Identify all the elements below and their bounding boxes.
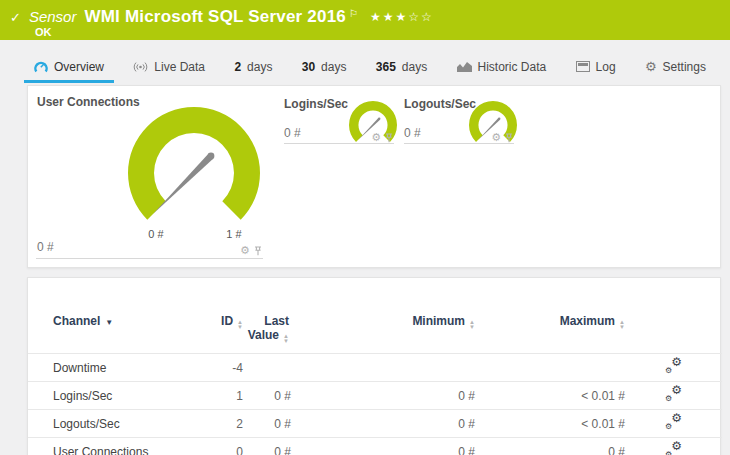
sensor-header-line: ✓ Sensor WMI Microsoft SQL Server 2016 ⚐… bbox=[0, 0, 730, 27]
channel-minimum: 0 # bbox=[291, 438, 475, 455]
column-header-id[interactable]: ID▲▼ bbox=[188, 278, 243, 354]
channel-minimum: 0 # bbox=[291, 410, 475, 438]
gauge-title-logins: Logins/Sec bbox=[284, 97, 348, 111]
channel-id: -4 bbox=[188, 354, 243, 382]
sensor-header: ✓ Sensor WMI Microsoft SQL Server 2016 ⚐… bbox=[0, 0, 730, 40]
channel-gear-icon[interactable]: ⚙ bbox=[371, 132, 381, 143]
channels-panel: Channel▼ ID▲▼ Last Value▲▼ Minimum▲▼ Max… bbox=[27, 277, 721, 455]
column-header-maximum[interactable]: Maximum▲▼ bbox=[475, 278, 625, 354]
log-panel-icon bbox=[576, 61, 590, 72]
channel-name: Logins/Sec bbox=[28, 382, 188, 410]
channel-settings-gears-icon[interactable]: ⚙⚙ bbox=[665, 359, 682, 374]
tab-overview-label: Overview bbox=[54, 60, 104, 74]
tab-30-days[interactable]: 30 days bbox=[292, 53, 357, 83]
pin-icon[interactable] bbox=[505, 133, 513, 143]
user-connections-gauge-actions: ⚙ bbox=[240, 245, 262, 256]
sort-desc-icon: ▼ bbox=[105, 318, 113, 327]
sort-icon: ▲▼ bbox=[283, 334, 289, 344]
sort-icon: ▲▼ bbox=[619, 320, 625, 330]
tab-live-data[interactable]: Live Data bbox=[123, 53, 215, 83]
channels-table: Channel▼ ID▲▼ Last Value▲▼ Minimum▲▼ Max… bbox=[28, 278, 722, 455]
tab-live-data-label: Live Data bbox=[154, 60, 205, 74]
column-header-actions bbox=[625, 278, 722, 354]
area-chart-icon bbox=[457, 61, 472, 72]
tab-365-days[interactable]: 365 days bbox=[366, 53, 437, 83]
channel-gear-icon[interactable]: ⚙ bbox=[491, 132, 501, 143]
channel-last-value bbox=[243, 354, 291, 382]
tab-30-days-number: 30 bbox=[302, 60, 315, 74]
column-header-channel[interactable]: Channel▼ bbox=[28, 278, 188, 354]
channel-settings-gears-icon[interactable]: ⚙⚙ bbox=[665, 387, 682, 402]
status-ok-check-icon: ✓ bbox=[10, 10, 21, 25]
tab-settings-label: Settings bbox=[663, 60, 706, 74]
user-connections-current-value: 0 # bbox=[37, 240, 54, 254]
tab-2-days-number: 2 bbox=[234, 60, 241, 74]
channel-last-value: 0 # bbox=[243, 382, 291, 410]
channel-maximum: 0 # bbox=[475, 438, 625, 455]
flag-icon[interactable]: ⚐ bbox=[349, 8, 358, 19]
tab-settings[interactable]: ⚙ Settings bbox=[635, 53, 716, 83]
channel-last-value: 0 # bbox=[243, 410, 291, 438]
channel-maximum: < 0.01 # bbox=[475, 382, 625, 410]
logins-current-value: 0 # bbox=[284, 126, 301, 140]
divider bbox=[36, 258, 263, 259]
column-header-last-value[interactable]: Last Value▲▼ bbox=[243, 278, 291, 354]
sort-icon: ▲▼ bbox=[237, 320, 243, 330]
column-header-minimum[interactable]: Minimum▲▼ bbox=[291, 278, 475, 354]
table-header-row: Channel▼ ID▲▼ Last Value▲▼ Minimum▲▼ Max… bbox=[28, 278, 722, 354]
priority-stars[interactable]: ★★★☆☆ bbox=[370, 10, 434, 24]
tab-365-days-unit: days bbox=[402, 60, 427, 74]
table-row-downtime: Downtime -4 ⚙⚙ bbox=[28, 354, 722, 382]
channel-maximum: < 0.01 # bbox=[475, 410, 625, 438]
table-row-user-connections: User Connections 0 0 # 0 # 0 # ⚙⚙ bbox=[28, 438, 722, 455]
gauge-scale-min: 0 # bbox=[134, 228, 178, 240]
channel-gear-icon[interactable]: ⚙ bbox=[240, 245, 250, 256]
user-connections-gauge-dial bbox=[128, 107, 260, 239]
channel-maximum bbox=[475, 354, 625, 382]
tab-overview[interactable]: Overview bbox=[24, 53, 114, 83]
gauge-title-logouts: Logouts/Sec bbox=[404, 97, 476, 111]
channel-last-value: 0 # bbox=[243, 438, 291, 455]
channel-id: 2 bbox=[188, 410, 243, 438]
pin-icon[interactable] bbox=[254, 246, 262, 256]
tab-log[interactable]: Log bbox=[566, 53, 626, 83]
table-row-logouts: Logouts/Sec 2 0 # 0 # < 0.01 # ⚙⚙ bbox=[28, 410, 722, 438]
gauges-panel: User Connections 0 # 1 # 0 # ⚙ Logins/Se… bbox=[27, 85, 721, 268]
tab-log-label: Log bbox=[596, 60, 616, 74]
gauge-title-user-connections: User Connections bbox=[37, 95, 140, 109]
pin-icon[interactable] bbox=[385, 133, 393, 143]
tab-2-days[interactable]: 2 days bbox=[224, 53, 282, 83]
tab-30-days-unit: days bbox=[321, 60, 346, 74]
tab-historic-data[interactable]: Historic Data bbox=[447, 53, 557, 83]
channel-id: 0 bbox=[188, 438, 243, 455]
gauge-block-logouts: Logouts/Sec 0 # ⚙ bbox=[404, 97, 514, 144]
channel-minimum: 0 # bbox=[291, 382, 475, 410]
channel-settings-gears-icon[interactable]: ⚙⚙ bbox=[665, 415, 682, 430]
tab-bar: Overview Live Data 2 days 30 days 365 da… bbox=[0, 53, 730, 83]
logouts-current-value: 0 # bbox=[404, 126, 421, 140]
sensor-status-badge: OK bbox=[35, 26, 52, 38]
gauge-block-logins: Logins/Sec 0 # ⚙ bbox=[284, 97, 394, 144]
gauge-scale-max: 1 # bbox=[212, 228, 256, 240]
tab-365-days-number: 365 bbox=[376, 60, 396, 74]
gauge-icon bbox=[34, 60, 48, 73]
sort-icon: ▲▼ bbox=[469, 320, 475, 330]
channel-id: 1 bbox=[188, 382, 243, 410]
sensor-title: WMI Microsoft SQL Server 2016 bbox=[84, 7, 346, 27]
live-signal-icon bbox=[133, 61, 148, 73]
sensor-kind-label: Sensor bbox=[29, 8, 77, 25]
logins-gauge-actions: ⚙ bbox=[371, 132, 393, 143]
tab-2-days-unit: days bbox=[247, 60, 272, 74]
tab-historic-data-label: Historic Data bbox=[478, 60, 547, 74]
channel-name: User Connections bbox=[28, 438, 188, 455]
logouts-gauge-actions: ⚙ bbox=[491, 132, 513, 143]
channel-minimum bbox=[291, 354, 475, 382]
settings-gear-icon: ⚙ bbox=[645, 60, 657, 73]
channel-settings-gears-icon[interactable]: ⚙⚙ bbox=[665, 443, 682, 455]
table-row-logins: Logins/Sec 1 0 # 0 # < 0.01 # ⚙⚙ bbox=[28, 382, 722, 410]
channel-name: Logouts/Sec bbox=[28, 410, 188, 438]
channel-name: Downtime bbox=[28, 354, 188, 382]
